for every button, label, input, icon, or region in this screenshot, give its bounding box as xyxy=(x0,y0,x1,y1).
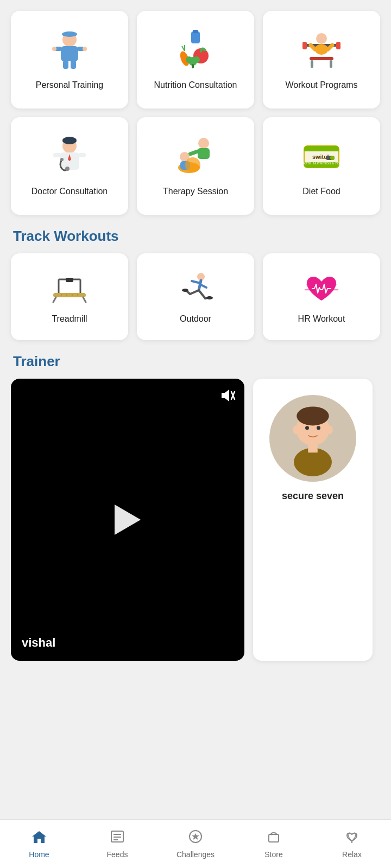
therapy-label: Therapy Session xyxy=(163,186,228,197)
services-row-2: Doctor Consultation xyxy=(11,117,380,215)
svg-line-61 xyxy=(53,297,56,302)
workout-label: Workout Programs xyxy=(285,80,357,91)
relax-icon xyxy=(344,829,360,848)
doctor-label: Doctor Consultation xyxy=(31,186,108,197)
svg-line-42 xyxy=(190,151,198,154)
hr-icon xyxy=(300,270,343,308)
service-card-doctor[interactable]: Doctor Consultation xyxy=(11,117,128,215)
svg-point-46 xyxy=(185,157,200,173)
trainer-profile-name: secure seven xyxy=(275,490,350,502)
svg-point-99 xyxy=(275,834,277,835)
svg-marker-96 xyxy=(192,833,199,840)
svg-point-40 xyxy=(198,138,209,149)
svg-rect-26 xyxy=(302,42,307,49)
svg-point-20 xyxy=(193,56,200,63)
svg-point-36 xyxy=(65,167,70,171)
svg-point-33 xyxy=(62,137,77,144)
svg-point-75 xyxy=(182,289,188,292)
play-button[interactable] xyxy=(115,505,141,535)
svg-rect-8 xyxy=(63,60,68,69)
diet-icon: switeh TASTE. NUTRITION & YOU xyxy=(300,135,343,178)
main-content: Personal Training xyxy=(0,0,391,715)
bottom-nav: Home Feeds Challenges xyxy=(0,819,391,868)
store-icon xyxy=(266,829,282,848)
svg-point-54 xyxy=(330,156,335,160)
home-icon xyxy=(31,829,47,848)
svg-point-29 xyxy=(315,44,328,55)
nutrition-label: Nutrition Consultation xyxy=(154,80,237,91)
svg-line-73 xyxy=(199,290,205,298)
trainer-cards: vishal xyxy=(11,379,380,661)
track-workouts-title: Track Workouts xyxy=(13,228,380,245)
svg-point-86 xyxy=(326,425,333,434)
svg-rect-90 xyxy=(308,443,318,453)
trainer-profile-card[interactable]: secure seven xyxy=(253,379,373,661)
svg-point-88 xyxy=(317,426,320,430)
service-card-diet[interactable]: switeh TASTE. NUTRITION & YOU Diet Food xyxy=(263,117,380,215)
svg-rect-49 xyxy=(304,149,339,151)
nav-store[interactable]: Store xyxy=(235,820,313,868)
track-workouts-section: Track Workouts xyxy=(11,228,380,340)
home-nav-label: Home xyxy=(29,850,49,859)
svg-point-19 xyxy=(186,56,192,63)
personal-training-icon xyxy=(48,29,91,72)
feeds-icon xyxy=(109,829,125,848)
svg-point-76 xyxy=(206,296,213,299)
trainer-title: Trainer xyxy=(13,353,380,370)
services-row-1: Personal Training xyxy=(11,11,380,108)
outdoor-label: Outdoor xyxy=(180,314,211,324)
nav-home[interactable]: Home xyxy=(0,820,78,868)
treadmill-label: Treadmill xyxy=(52,314,87,324)
service-card-personal-training[interactable]: Personal Training xyxy=(11,11,128,108)
svg-rect-3 xyxy=(61,46,78,61)
svg-rect-23 xyxy=(311,60,313,68)
svg-point-37 xyxy=(60,158,64,161)
svg-point-98 xyxy=(271,834,273,835)
svg-rect-2 xyxy=(63,33,76,36)
workouts-grid: Treadmill xyxy=(11,253,380,340)
svg-rect-24 xyxy=(330,60,332,68)
svg-point-7 xyxy=(83,47,87,51)
svg-point-87 xyxy=(305,426,309,430)
svg-rect-21 xyxy=(192,64,194,68)
workout-icon xyxy=(300,29,343,72)
hr-label: HR Workout xyxy=(298,314,345,324)
svg-rect-39 xyxy=(78,153,86,157)
svg-line-71 xyxy=(190,290,199,294)
svg-rect-9 xyxy=(71,60,76,69)
nav-relax[interactable]: Relax xyxy=(313,820,391,868)
trainer-section: Trainer vishal xyxy=(11,353,380,661)
svg-rect-60 xyxy=(66,278,73,282)
service-card-nutrition[interactable]: Nutrition Consultation xyxy=(137,11,254,108)
store-nav-label: Store xyxy=(264,850,282,859)
svg-rect-27 xyxy=(336,42,340,49)
relax-nav-label: Relax xyxy=(342,850,362,859)
svg-rect-41 xyxy=(198,148,210,159)
nav-feeds[interactable]: Feeds xyxy=(78,820,156,868)
svg-rect-38 xyxy=(53,153,61,157)
svg-point-85 xyxy=(293,425,299,434)
trainer-video-card[interactable]: vishal xyxy=(11,379,244,661)
workout-card-hr[interactable]: HR Workout xyxy=(263,253,380,340)
diet-label: Diet Food xyxy=(302,186,340,197)
svg-point-28 xyxy=(316,33,327,44)
service-card-workout[interactable]: Workout Programs xyxy=(263,11,380,108)
treadmill-icon xyxy=(48,270,91,308)
challenges-nav-label: Challenges xyxy=(176,850,215,859)
outdoor-icon xyxy=(174,270,217,308)
svg-rect-11 xyxy=(193,30,198,33)
svg-point-84 xyxy=(297,406,329,425)
mute-icon[interactable] xyxy=(219,387,236,407)
svg-line-69 xyxy=(192,281,200,283)
trainer-avatar xyxy=(269,395,356,482)
workout-card-treadmill[interactable]: Treadmill xyxy=(11,253,128,340)
svg-rect-22 xyxy=(310,57,333,60)
feeds-nav-label: Feeds xyxy=(107,850,128,859)
nav-challenges[interactable]: Challenges xyxy=(156,820,235,868)
svg-line-62 xyxy=(83,297,86,302)
service-card-therapy[interactable]: Therapy Session xyxy=(137,117,254,215)
workout-card-outdoor[interactable]: Outdoor xyxy=(137,253,254,340)
trainer-video-name: vishal xyxy=(22,636,55,650)
doctor-icon xyxy=(48,135,91,178)
nutrition-icon xyxy=(174,29,217,72)
